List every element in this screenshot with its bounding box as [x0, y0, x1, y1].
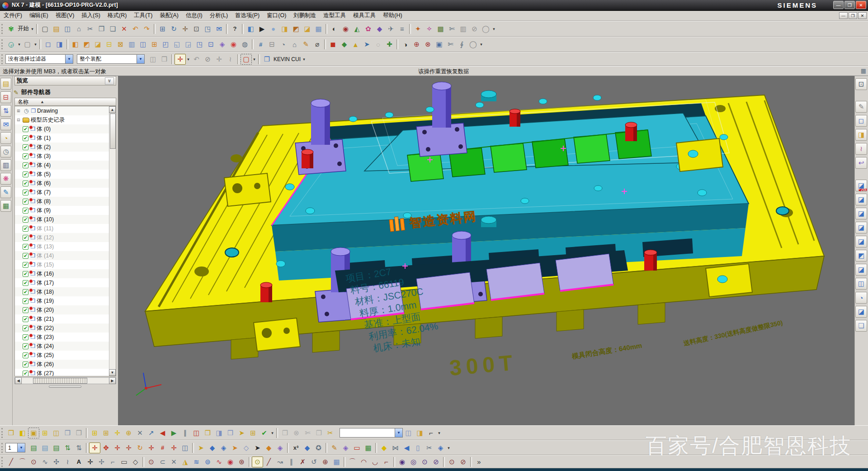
menu-item[interactable]: 工具(T) [130, 12, 156, 19]
toolbar-icon[interactable]: ◳ [194, 39, 205, 50]
feature-icon[interactable]: ◪ [855, 222, 867, 233]
delete-icon[interactable]: ✕ [118, 24, 130, 34]
toolbar-icon[interactable]: ✕ [134, 428, 146, 438]
panel-splitter[interactable] [49, 385, 81, 388]
toolbar-icon[interactable]: ↝ [274, 457, 286, 467]
toolbar-icon[interactable]: ▥ [458, 24, 469, 34]
toolbar-icon[interactable]: ◍ [239, 39, 250, 50]
arc-icon[interactable]: ⌒ [17, 457, 28, 467]
toolbar-icon[interactable]: ◭ [351, 24, 363, 34]
toolbar-icon[interactable]: ⊡ [205, 39, 217, 50]
feature-icon[interactable]: ◪ [855, 306, 867, 318]
toolbar-icon[interactable]: ◯ [467, 39, 479, 50]
help-icon[interactable]: ? [229, 24, 241, 34]
toolbar-icon[interactable]: ✕ [168, 457, 179, 467]
checkbox-icon[interactable]: ✔ [23, 244, 28, 250]
toolbar-icon[interactable]: # [255, 39, 266, 50]
toolbar-icon[interactable]: ▥ [126, 39, 137, 50]
checkbox-icon[interactable]: ✔ [23, 289, 28, 295]
toolbar-icon[interactable]: ◈ [340, 442, 351, 453]
toolbar-icon[interactable]: ✚ [384, 39, 395, 50]
menu-item[interactable]: 首选项(P) [231, 12, 263, 19]
system-scenes-icon[interactable]: ▦ [0, 200, 11, 212]
internet-explorer-icon[interactable]: ✉ [0, 119, 11, 130]
checkbox-icon[interactable]: ✔ [23, 217, 28, 223]
child-close-button[interactable]: ✕ [858, 12, 867, 19]
toolbar-icon[interactable]: ◔ [278, 39, 289, 50]
toolbar-icon[interactable]: ▾ [437, 428, 442, 438]
toolbar-icon[interactable]: ▯ [412, 442, 424, 453]
line-icon[interactable]: ╱ [5, 457, 17, 467]
toolbar-grip[interactable] [1, 39, 4, 49]
toolbar-icon[interactable]: ❒ [159, 54, 170, 65]
toolbar-icon[interactable]: ⇅ [73, 442, 85, 453]
toolbar-icon[interactable]: ∿ [213, 457, 225, 467]
checkbox-icon[interactable]: ✔ [23, 171, 28, 177]
toolbar-icon[interactable]: ∥ [286, 457, 297, 467]
selection-filter-combo[interactable]: 没有选择过滤器 ▼ [5, 54, 73, 64]
toolbar-icon[interactable]: ◨ [213, 428, 225, 438]
polygon-icon[interactable]: ◇ [130, 457, 141, 467]
info-icon[interactable]: ✉ [213, 24, 225, 34]
child-restore-button[interactable]: ❐ [849, 12, 857, 19]
toolbar-icon[interactable]: ✛ [123, 442, 134, 453]
toolbar-icon[interactable]: ⊕ [411, 39, 422, 50]
checkbox-icon[interactable]: ✔ [23, 298, 28, 304]
toolbar-icon[interactable]: ▾ [252, 54, 257, 65]
toolbar-icon[interactable]: ◻ [42, 39, 54, 50]
toolbar-icon[interactable]: ◎ [408, 457, 419, 467]
toolbar-icon[interactable]: ✥ [100, 442, 112, 453]
toolbar-icon[interactable]: ╱ [263, 457, 274, 467]
combo-arrow-icon[interactable]: ▼ [17, 443, 25, 452]
tree-item[interactable]: ✔ ◷ ❐ ❒ 体 (12) [15, 233, 109, 242]
toolbar-icon[interactable]: ◫ [179, 442, 191, 453]
toolbar-icon[interactable]: ◰ [160, 39, 171, 50]
toolbar-icon[interactable]: ◳ [202, 24, 213, 34]
tree-item[interactable]: ✔ ◷ ❐ ❒ 体 (13) [15, 242, 109, 251]
toolbar-icon[interactable]: ✗ [297, 457, 308, 467]
checkbox-icon[interactable]: ✔ [23, 352, 28, 358]
tree-item[interactable]: ✔ ◷ ❐ ❒ 体 (27) [15, 369, 109, 376]
tree-item[interactable]: ✔ ◷ ❐ ❒ 体 (18) [15, 287, 109, 296]
feature-icon[interactable]: ◪ [855, 264, 867, 276]
tree-item[interactable]: ✔ ◷ ❐ ❒ 体 (26) [15, 360, 109, 369]
checkbox-icon[interactable]: ✔ [23, 253, 28, 259]
toolbar-icon[interactable]: ◧ [17, 428, 28, 438]
tree-item[interactable]: ✔ ◷ ❐ ❒ 体 (15) [15, 260, 109, 269]
start-caret-icon[interactable]: ▾ [30, 24, 35, 34]
scroll-down-button[interactable]: ▼ [109, 369, 116, 376]
toolbar-icon[interactable]: ▢ [22, 39, 33, 50]
toolbar-icon[interactable]: ⌒ [347, 457, 358, 467]
toolbar-icon[interactable]: ◧ [245, 24, 256, 34]
toolbar-icon[interactable]: ◼ [327, 39, 339, 50]
checkbox-icon[interactable]: ✔ [23, 343, 28, 349]
toolbar-icon[interactable]: ↶ [191, 54, 202, 65]
checkbox-icon[interactable]: ✔ [23, 181, 28, 186]
toolbar-icon[interactable]: ◨ [54, 39, 65, 50]
toolbar-icon[interactable]: ◆ [207, 442, 218, 453]
scroll-left-button[interactable]: ◀ [15, 377, 22, 384]
menu-item[interactable]: 分析(L) [206, 12, 231, 19]
toolbar-icon[interactable]: ⊟ [266, 39, 278, 50]
toolbar-icon[interactable]: ◆ [374, 24, 385, 34]
toolbar-icon[interactable]: ⊙ [419, 457, 430, 467]
tree-item[interactable]: ✔ ◷ ❐ ❒ 体 (7) [15, 188, 109, 197]
reuse-library-icon[interactable]: ◔ [0, 132, 11, 144]
toolbar-icon[interactable]: ⊡ [191, 24, 202, 34]
toolbar-icon[interactable]: ◪ [302, 24, 313, 34]
tree-item[interactable]: ✔ ◷ ❐ ❒ 体 (25) [15, 351, 109, 360]
toolbar-icon[interactable]: ▩ [435, 24, 446, 34]
toolbar-icon[interactable]: ◫ [403, 428, 414, 438]
checkbox-icon[interactable]: ✔ [23, 271, 28, 277]
toolbar-icon[interactable]: ◱ [171, 39, 183, 50]
toolbar-icon[interactable]: ∮ [456, 39, 467, 50]
toolbar-icon[interactable]: ⊞ [39, 428, 51, 438]
toolbar-icon[interactable]: # [157, 442, 168, 453]
tree-item[interactable]: ✔ ◷ ❐ ❒ 体 (2) [15, 143, 109, 152]
toolbar-icon[interactable]: ◫ [137, 39, 149, 50]
feature-icon[interactable]: ◩ [855, 250, 867, 262]
toolbar-icon[interactable]: ◪ [92, 39, 104, 50]
toolbar-icon[interactable]: ● [268, 24, 279, 34]
checkbox-icon[interactable]: ✔ [23, 144, 28, 150]
assembly-navigator-icon[interactable]: ▤ [0, 78, 11, 90]
